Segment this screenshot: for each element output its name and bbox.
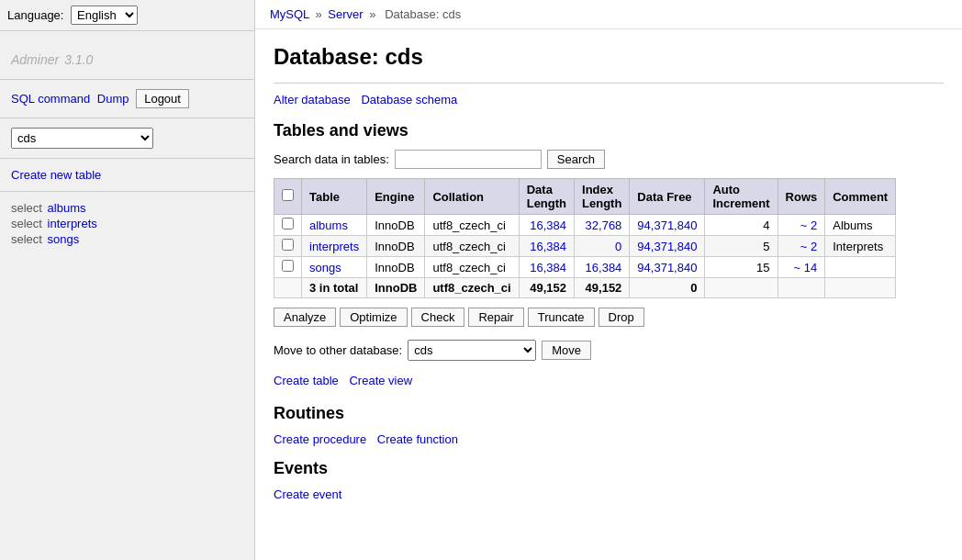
app-title-area: Adminer 3.1.0: [0, 31, 254, 80]
database-schema-link[interactable]: Database schema: [361, 93, 457, 106]
title-divider: [274, 83, 944, 84]
create-table-link[interactable]: Create table: [274, 374, 339, 387]
logout-button[interactable]: Logout: [136, 89, 189, 108]
list-item: select albums: [11, 201, 243, 215]
table-name-link-interprets[interactable]: interprets: [309, 240, 359, 253]
search-button[interactable]: Search: [547, 150, 605, 169]
events-title: Events: [274, 459, 944, 478]
db-action-links: Alter database Database schema: [274, 93, 944, 106]
data-length-link[interactable]: 16,384: [530, 218, 566, 232]
row-comment: [825, 257, 896, 278]
breadcrumb-mysql[interactable]: MySQL: [270, 7, 309, 21]
total-collation: utf8_czech_ci: [425, 278, 519, 298]
table-name-link-songs[interactable]: songs: [309, 261, 341, 274]
create-procedure-link[interactable]: Create procedure: [274, 432, 366, 446]
move-db-select[interactable]: cds: [408, 340, 536, 361]
index-length-link[interactable]: 0: [615, 240, 621, 253]
sql-command-link[interactable]: SQL command: [11, 92, 90, 106]
row-checkbox[interactable]: [274, 236, 302, 257]
sidebar-table-list: select albums select interprets select s…: [0, 192, 254, 257]
row-table-name: songs: [302, 257, 367, 278]
col-comment: Comment: [825, 179, 896, 215]
index-length-link[interactable]: 16,384: [586, 261, 622, 274]
total-rows: [777, 278, 825, 298]
create-table-view-links: Create table Create view: [274, 374, 944, 387]
drop-button[interactable]: Drop: [598, 308, 644, 327]
create-function-link[interactable]: Create function: [377, 432, 458, 446]
select-all-checkbox[interactable]: [282, 189, 294, 201]
main-content-area: MySQL » Server » Database: cds Database:…: [255, 0, 962, 560]
row-collation: utf8_czech_ci: [425, 257, 519, 278]
index-length-link[interactable]: 32,768: [586, 218, 622, 232]
create-event-link[interactable]: Create event: [274, 487, 341, 501]
row-check-interprets[interactable]: [282, 239, 294, 251]
row-rows: ~ 14: [777, 257, 825, 278]
row-check-songs[interactable]: [282, 260, 294, 272]
table-row: songs InnoDB utf8_czech_ci 16,384 16,384…: [274, 257, 896, 278]
data-free-link[interactable]: 94,371,840: [637, 218, 697, 232]
tables-section-title: Tables and views: [274, 121, 944, 140]
table-link-albums[interactable]: albums: [48, 201, 86, 215]
main-inner: Database: cds Alter database Database sc…: [255, 29, 962, 529]
check-button[interactable]: Check: [411, 308, 465, 327]
database-select[interactable]: cds: [11, 128, 153, 149]
row-table-name: interprets: [302, 236, 367, 257]
row-data-length: 16,384: [519, 257, 574, 278]
repair-button[interactable]: Repair: [468, 308, 523, 327]
total-data-free: 0: [630, 278, 705, 298]
search-input[interactable]: [395, 150, 542, 169]
rows-link[interactable]: ~ 2: [800, 218, 817, 232]
list-item: select songs: [11, 232, 243, 246]
move-button[interactable]: Move: [542, 341, 591, 360]
total-index-length: 49,152: [575, 278, 630, 298]
language-select[interactable]: English Czech German French: [71, 6, 138, 25]
create-new-table-link[interactable]: Create new table: [11, 168, 101, 182]
truncate-button[interactable]: Truncate: [528, 308, 595, 327]
data-length-link[interactable]: 16,384: [530, 261, 566, 274]
create-view-link[interactable]: Create view: [349, 374, 412, 387]
col-index-length: IndexLength: [575, 179, 630, 215]
rows-link[interactable]: ~ 14: [794, 261, 818, 274]
event-links: Create event: [274, 487, 944, 501]
analyze-button[interactable]: Analyze: [274, 308, 336, 327]
table-link-songs[interactable]: songs: [48, 232, 80, 246]
total-label: 3 in total: [302, 278, 367, 298]
total-checkbox-cell: [274, 278, 302, 298]
alter-database-link[interactable]: Alter database: [274, 93, 351, 106]
rows-link[interactable]: ~ 2: [800, 240, 817, 253]
optimize-button[interactable]: Optimize: [340, 308, 407, 327]
language-label: Language:: [7, 8, 63, 22]
row-data-length: 16,384: [519, 215, 574, 236]
table-row: interprets InnoDB utf8_czech_ci 16,384 0…: [274, 236, 896, 257]
row-comment: Albums: [825, 215, 896, 236]
row-index-length: 0: [575, 236, 630, 257]
row-checkbox[interactable]: [274, 215, 302, 236]
col-checkbox: [274, 179, 302, 215]
search-label: Search data in tables:: [274, 152, 389, 166]
row-checkbox[interactable]: [274, 257, 302, 278]
row-table-name: albums: [302, 215, 367, 236]
select-label-3: select: [11, 232, 42, 246]
routines-title: Routines: [274, 404, 944, 423]
data-free-link[interactable]: 94,371,840: [637, 240, 697, 253]
row-check-albums[interactable]: [282, 218, 294, 230]
row-rows: ~ 2: [777, 236, 825, 257]
sidebar: Language: English Czech German French Ad…: [0, 0, 255, 560]
table-name-link-albums[interactable]: albums: [309, 218, 348, 232]
total-data-length: 49,152: [519, 278, 574, 298]
breadcrumb-current: Database: cds: [385, 7, 461, 21]
row-data-free: 94,371,840: [630, 257, 705, 278]
breadcrumb-server[interactable]: Server: [328, 7, 363, 21]
row-engine: InnoDB: [367, 257, 425, 278]
col-collation: Collation: [425, 179, 519, 215]
dump-link[interactable]: Dump: [97, 92, 129, 106]
routine-links: Create procedure Create function: [274, 432, 944, 446]
table-row: albums InnoDB utf8_czech_ci 16,384 32,76…: [274, 215, 896, 236]
data-length-link[interactable]: 16,384: [530, 240, 566, 253]
row-comment: Interprets: [825, 236, 896, 257]
total-row: 3 in total InnoDB utf8_czech_ci 49,152 4…: [274, 278, 896, 298]
table-header-row: Table Engine Collation DataLength IndexL…: [274, 179, 896, 215]
data-free-link[interactable]: 94,371,840: [637, 261, 697, 274]
move-db-label: Move to other database:: [274, 343, 402, 357]
table-link-interprets[interactable]: interprets: [48, 217, 97, 230]
